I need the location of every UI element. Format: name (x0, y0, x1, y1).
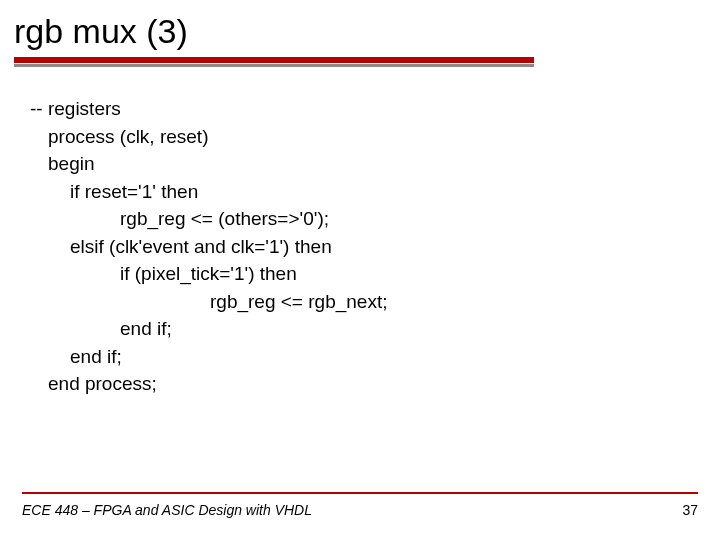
code-block: -- registers process (clk, reset) begin … (30, 95, 720, 398)
title-rule-red (14, 57, 534, 63)
code-line: end process; (30, 370, 720, 398)
code-line: end if; (30, 343, 720, 371)
page-number: 37 (682, 502, 698, 518)
code-line: if (pixel_tick='1') then (30, 260, 720, 288)
code-line: rgb_reg <= rgb_next; (30, 288, 720, 316)
code-line: -- registers (30, 95, 720, 123)
title-rule-shadow (14, 64, 534, 67)
code-line: elsif (clk'event and clk='1') then (30, 233, 720, 261)
code-line: begin (30, 150, 720, 178)
code-line: end if; (30, 315, 720, 343)
slide: rgb mux (3) -- registers process (clk, r… (0, 0, 720, 540)
title-rule (14, 57, 534, 67)
footer-rule (22, 492, 698, 494)
code-line: rgb_reg <= (others=>'0'); (30, 205, 720, 233)
code-line: process (clk, reset) (30, 123, 720, 151)
code-line: if reset='1' then (30, 178, 720, 206)
footer-text: ECE 448 – FPGA and ASIC Design with VHDL (22, 502, 312, 518)
slide-title: rgb mux (3) (0, 0, 720, 57)
